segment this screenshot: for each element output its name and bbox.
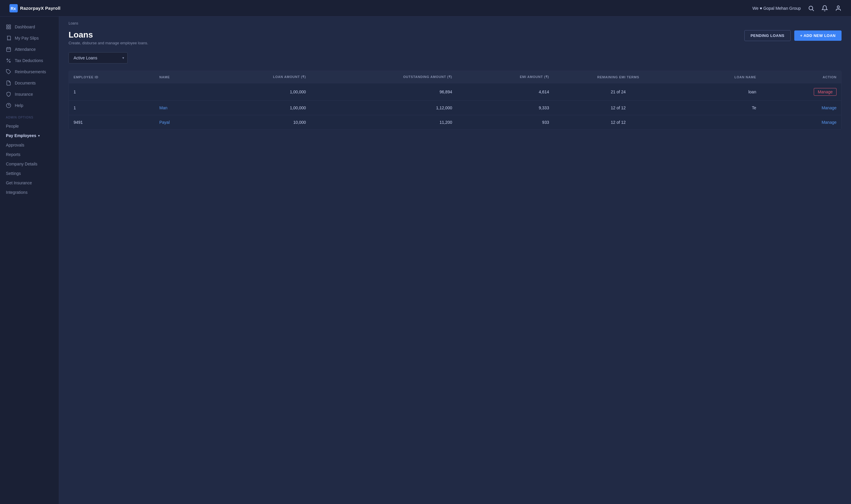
- svg-point-2: [809, 6, 813, 10]
- col-header-employee-id: EMPLOYEE ID: [69, 71, 155, 83]
- manage-button[interactable]: Manage: [814, 88, 836, 96]
- cell-outstanding-amount: 1,12,000: [311, 101, 457, 115]
- cell-name[interactable]: Payal: [155, 115, 204, 130]
- sidebar-item-insurance[interactable]: Insurance: [0, 89, 59, 100]
- sidebar-item-tax-deductions[interactable]: Tax Deductions: [0, 55, 59, 66]
- notification-icon[interactable]: [821, 5, 828, 12]
- sidebar-label-pay-employees: Pay Employees: [6, 133, 36, 138]
- loans-table-body: 11,00,00096,8944,61421 of 24loanManage1M…: [69, 83, 841, 130]
- table-row: 11,00,00096,8944,61421 of 24loanManage: [69, 83, 841, 101]
- documents-icon: [6, 80, 11, 86]
- col-header-remaining-emi: REMAINING EMI TERMS: [554, 71, 683, 83]
- cell-remaining-emi: 12 of 12: [554, 101, 683, 115]
- svg-point-14: [7, 59, 8, 60]
- nav-right: We ♥ Gopal Mehan Group: [752, 5, 841, 12]
- sidebar-label-documents: Documents: [15, 80, 36, 85]
- cell-employee-id: 9491: [69, 115, 155, 130]
- cell-loan-name: [683, 115, 761, 130]
- user-icon[interactable]: [835, 5, 841, 12]
- add-new-loan-button[interactable]: + ADD NEW LOAN: [794, 31, 841, 41]
- sidebar-item-dashboard[interactable]: Dashboard: [0, 21, 59, 33]
- col-header-emi-amount: EMI AMOUNT (₹): [457, 71, 554, 83]
- cell-loan-name: Te: [683, 101, 761, 115]
- sidebar-item-reports[interactable]: Reports: [0, 150, 59, 159]
- employee-name-link[interactable]: Man: [159, 106, 167, 110]
- cell-loan-amount: 1,00,000: [204, 101, 311, 115]
- cell-outstanding-amount: 96,894: [311, 83, 457, 101]
- cell-name[interactable]: Man: [155, 101, 204, 115]
- logo-icon: Rx: [10, 4, 18, 13]
- employee-name-link[interactable]: Payal: [159, 120, 169, 125]
- manage-button[interactable]: Manage: [821, 120, 836, 125]
- sidebar-label-help: Help: [15, 103, 23, 108]
- svg-line-3: [812, 10, 814, 11]
- admin-section-label: ADMIN OPTIONS: [0, 111, 59, 122]
- chevron-down-icon: ▾: [38, 134, 40, 137]
- loans-table: EMPLOYEE ID NAME LOAN AMOUNT (₹) OUTSTAN…: [69, 71, 841, 129]
- sidebar-label-settings: Settings: [6, 171, 21, 176]
- cell-employee-id: 1: [69, 83, 155, 101]
- sidebar-item-settings[interactable]: Settings: [0, 169, 59, 178]
- table-row: 1Man1,00,0001,12,0009,33312 of 12TeManag…: [69, 101, 841, 115]
- sidebar-label-integrations: Integrations: [6, 190, 28, 195]
- company-name: We ♥ Gopal Mehan Group: [752, 6, 801, 11]
- reimbursements-icon: [6, 69, 11, 74]
- col-header-name: NAME: [155, 71, 204, 83]
- help-icon: [6, 103, 11, 108]
- sidebar-item-documents[interactable]: Documents: [0, 77, 59, 89]
- col-header-outstanding-amount: OUTSTANDING AMOUNT (₹): [311, 71, 457, 83]
- sidebar-item-integrations[interactable]: Integrations: [0, 187, 59, 197]
- cell-emi-amount: 933: [457, 115, 554, 130]
- cell-remaining-emi: 21 of 24: [554, 83, 683, 101]
- sidebar-label-dashboard: Dashboard: [15, 24, 35, 29]
- logo-text: RazorpayX Payroll: [20, 6, 60, 11]
- sidebar-label-reimbursements: Reimbursements: [15, 69, 46, 74]
- svg-rect-7: [9, 28, 11, 29]
- main-content: Loans Loans Create, disburse and manage …: [59, 17, 851, 504]
- pending-loans-button[interactable]: PENDING LOANS: [744, 30, 791, 41]
- logo[interactable]: Rx RazorpayX Payroll: [10, 4, 60, 13]
- sidebar-item-get-insurance[interactable]: Get Insurance: [0, 178, 59, 187]
- attendance-icon: [6, 47, 11, 52]
- cell-action[interactable]: Manage: [761, 115, 841, 130]
- filter-dropdown-area: Active Loans Closed Loans All Loans ▾: [69, 52, 841, 64]
- top-navigation: Rx RazorpayX Payroll We ♥ Gopal Mehan Gr…: [0, 0, 851, 17]
- col-header-loan-name: LOAN NAME: [683, 71, 761, 83]
- cell-loan-amount: 10,000: [204, 115, 311, 130]
- cell-action[interactable]: Manage: [761, 83, 841, 101]
- sidebar-item-attendance[interactable]: Attendance: [0, 44, 59, 55]
- grid-icon: [6, 24, 11, 30]
- header-actions: PENDING LOANS + ADD NEW LOAN: [744, 30, 841, 41]
- table-row: 9491Payal10,00011,20093312 of 12Manage: [69, 115, 841, 130]
- sidebar-item-reimbursements[interactable]: Reimbursements: [0, 66, 59, 77]
- active-loans-dropdown[interactable]: Active Loans Closed Loans All Loans: [69, 52, 128, 64]
- svg-point-15: [9, 61, 10, 62]
- breadcrumb: Loans: [59, 17, 851, 25]
- sidebar-label-approvals: Approvals: [6, 143, 24, 147]
- dropdown-wrapper: Active Loans Closed Loans All Loans ▾: [69, 52, 128, 64]
- manage-button[interactable]: Manage: [821, 106, 836, 110]
- svg-rect-6: [9, 25, 11, 26]
- page-header: Loans Create, disburse and manage employ…: [59, 25, 851, 52]
- cell-employee-id: 1: [69, 101, 155, 115]
- cell-emi-amount: 9,333: [457, 101, 554, 115]
- sidebar-item-company-details[interactable]: Company Details: [0, 159, 59, 169]
- loans-table-container: EMPLOYEE ID NAME LOAN AMOUNT (₹) OUTSTAN…: [69, 71, 841, 130]
- svg-point-4: [837, 6, 839, 8]
- page-title: Loans: [69, 30, 148, 40]
- search-icon[interactable]: [808, 5, 814, 12]
- pay-slips-icon: [6, 35, 11, 41]
- sidebar-item-my-pay-slips[interactable]: My Pay Slips: [0, 33, 59, 44]
- sidebar-label-insurance: Insurance: [15, 92, 33, 96]
- sidebar-item-people[interactable]: People: [0, 122, 59, 131]
- sidebar-item-pay-employees[interactable]: Pay Employees ▾: [0, 131, 59, 140]
- cell-action[interactable]: Manage: [761, 101, 841, 115]
- sidebar-item-help[interactable]: Help: [0, 100, 59, 111]
- shield-icon: [6, 92, 11, 97]
- cell-emi-amount: 4,614: [457, 83, 554, 101]
- sidebar-label-my-pay-slips: My Pay Slips: [15, 36, 39, 40]
- svg-line-13: [7, 59, 10, 62]
- cell-remaining-emi: 12 of 12: [554, 115, 683, 130]
- sidebar-item-approvals[interactable]: Approvals: [0, 140, 59, 150]
- cell-outstanding-amount: 11,200: [311, 115, 457, 130]
